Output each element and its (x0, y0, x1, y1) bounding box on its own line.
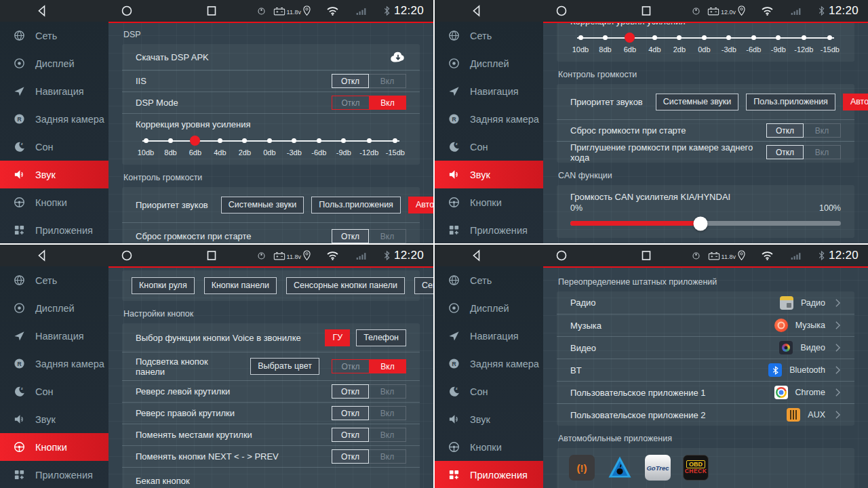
sidebar-item-sound[interactable]: Звук (435, 161, 543, 188)
gain-slider[interactable]: 10db 8db 6db 4db 2db 0db -3db -6db -9db … (137, 136, 405, 157)
tab-touch-panel-buttons[interactable]: Сенсорные кнопки панели (286, 277, 405, 294)
app-disc-icon[interactable] (256, 6, 267, 16)
iis-toggle[interactable]: ОтклВкл (332, 74, 406, 88)
sidebar-item-sleep[interactable]: Сон (435, 133, 543, 161)
autokit-app-icon[interactable] (607, 455, 633, 481)
priority-auto-mode-button[interactable]: Авторежим (408, 197, 433, 214)
user-app-2-row[interactable]: Пользовательское приложение 2 AUX (557, 403, 854, 426)
swap-knobs-row: Поменять местами крутилки ОтклВкл (122, 424, 420, 445)
sidebar-item-display[interactable]: Дисплей (0, 49, 108, 77)
home-icon[interactable] (120, 4, 134, 18)
sidebar-item-display[interactable]: Дисплей (435, 294, 543, 322)
sidebar-item-display[interactable]: Дисплей (435, 49, 543, 77)
obd-check-app-icon[interactable]: OBD CHECK (683, 455, 709, 481)
swap-next-prev-toggle[interactable]: ОтклВкл (332, 449, 406, 464)
priority-user-apps-button[interactable]: Польз.приложения (311, 197, 401, 214)
back-icon[interactable] (470, 4, 484, 18)
gain-slider-thumb[interactable]: 6db (621, 33, 639, 54)
user-app-1-row[interactable]: Пользовательское приложение 1 Chrome (557, 381, 854, 403)
back-icon[interactable] (470, 249, 484, 262)
sidebar-item-navigation[interactable]: Навигация (435, 322, 543, 350)
app-disc-icon[interactable] (691, 251, 701, 261)
bt-app-row[interactable]: BT Bluetooth (557, 359, 854, 381)
priority-system-sounds-button[interactable]: Системные звуки (221, 197, 304, 214)
download-dsp-row[interactable]: Скачать DSP APK (122, 44, 420, 70)
accent-line (108, 22, 433, 23)
left-knob-reverse-toggle[interactable]: ОтклВкл (332, 384, 406, 399)
back-icon[interactable] (35, 249, 49, 262)
sidebar-item-rear-camera[interactable]: Задняя камера (0, 350, 108, 378)
sidebar-item-sound[interactable]: Звук (0, 161, 108, 188)
sidebar-item-network[interactable]: Сеть (0, 266, 108, 294)
priority-auto-mode-button[interactable]: Авторежим (843, 94, 868, 110)
panel-backlight-toggle[interactable]: ОтклВкл (332, 359, 406, 373)
recents-icon[interactable] (205, 249, 218, 262)
sidebar-item-sleep[interactable]: Сон (0, 378, 108, 405)
volume-reset-toggle[interactable]: ОтклВкл (766, 123, 841, 138)
voice-head-unit-button[interactable]: ГУ (325, 329, 350, 346)
tab-steering-wheel-buttons[interactable]: Кнопки руля (132, 277, 195, 294)
car-apps-card: (!) GoTrec OBD CHECK (557, 448, 854, 488)
sidebar-item-navigation[interactable]: Навигация (0, 322, 108, 350)
sidebar-item-rear-camera[interactable]: Задняя камера (435, 350, 543, 378)
home-icon[interactable] (555, 249, 568, 262)
status-bar: 12.0v 12:20 (435, 0, 868, 22)
radio-app-row[interactable]: Радио Радио (557, 291, 854, 314)
sidebar-item-rear-camera[interactable]: Задняя камера (0, 105, 108, 133)
car-battery-icon (273, 7, 285, 16)
recents-icon[interactable] (639, 249, 653, 262)
sidebar-item-buttons[interactable]: Кнопки (435, 433, 543, 461)
dsp-mode-toggle[interactable]: ОтклВкл (332, 96, 406, 110)
sidebar-item-sleep[interactable]: Сон (0, 133, 108, 161)
sidebar-item-apps[interactable]: Приложения (435, 461, 543, 488)
download-icon[interactable] (390, 52, 406, 63)
voice-phone-button[interactable]: Телефон (356, 329, 406, 346)
sidebar-item-apps[interactable]: Приложения (0, 216, 108, 243)
sidebar-item-sound[interactable]: Звук (0, 405, 108, 433)
tpms-app-icon[interactable]: (!) (569, 455, 595, 481)
tab-panel-buttons[interactable]: Кнопки панели (204, 277, 277, 294)
can-volume-slider[interactable] (570, 221, 841, 226)
display-icon (448, 302, 460, 314)
gain-slider-thumb[interactable]: 6db (186, 136, 204, 157)
home-icon[interactable] (555, 4, 568, 18)
car-battery-icon (273, 251, 285, 260)
gotrec-app-icon[interactable]: GoTrec (645, 455, 671, 481)
sidebar-item-sound[interactable]: Звук (435, 405, 543, 433)
sidebar-item-buttons[interactable]: Кнопки (0, 188, 108, 216)
sidebar-item-apps[interactable]: Приложения (435, 216, 543, 243)
sidebar-item-network[interactable]: Сеть (435, 22, 543, 49)
choose-color-button[interactable]: Выбрать цвет (250, 358, 319, 375)
gain-slider[interactable]: 10db 8db 6db 4db 2db 0db -3db -6db -9db … (572, 33, 840, 54)
can-volume-thumb[interactable] (693, 216, 707, 230)
app-disc-icon[interactable] (691, 6, 701, 16)
priority-user-apps-button[interactable]: Польз.приложения (746, 94, 835, 110)
mute-on-rear-camera-toggle[interactable]: ОтклВкл (766, 145, 841, 159)
sidebar-item-network[interactable]: Сеть (0, 22, 108, 49)
sidebar-item-navigation[interactable]: Навигация (435, 77, 543, 105)
recents-icon[interactable] (639, 4, 653, 18)
volume-reset-toggle[interactable]: ОтклВкл (332, 229, 406, 243)
home-icon[interactable] (120, 249, 134, 262)
right-knob-reverse-toggle[interactable]: ОтклВкл (332, 406, 406, 420)
chevron-right-icon (835, 298, 841, 308)
buttons-backup-row[interactable]: Бекап кнопок (122, 467, 420, 488)
sidebar-item-network[interactable]: Сеть (435, 266, 543, 294)
sidebar-item-sleep[interactable]: Сон (435, 378, 543, 405)
sidebar-item-display[interactable]: Дисплей (0, 294, 108, 322)
back-icon[interactable] (35, 4, 49, 18)
priority-system-sounds-button[interactable]: Системные звуки (656, 94, 739, 110)
tab-tv-sensor[interactable]: Сенсор ТВ (IO) (414, 277, 433, 294)
location-icon (737, 250, 746, 261)
battery-voltage: 11.8v (287, 9, 301, 16)
sidebar-item-rear-camera[interactable]: Задняя камера (435, 105, 543, 133)
sidebar-item-buttons[interactable]: Кнопки (435, 188, 543, 216)
recents-icon[interactable] (205, 4, 218, 18)
music-app-row[interactable]: Музыка Музыка (557, 314, 854, 336)
video-app-row[interactable]: Видео Видео (557, 336, 854, 359)
app-disc-icon[interactable] (256, 251, 267, 261)
sidebar-item-buttons[interactable]: Кнопки (0, 433, 108, 461)
swap-knobs-toggle[interactable]: ОтклВкл (332, 428, 406, 442)
sidebar-item-apps[interactable]: Приложения (0, 461, 108, 488)
sidebar-item-navigation[interactable]: Навигация (0, 77, 108, 105)
